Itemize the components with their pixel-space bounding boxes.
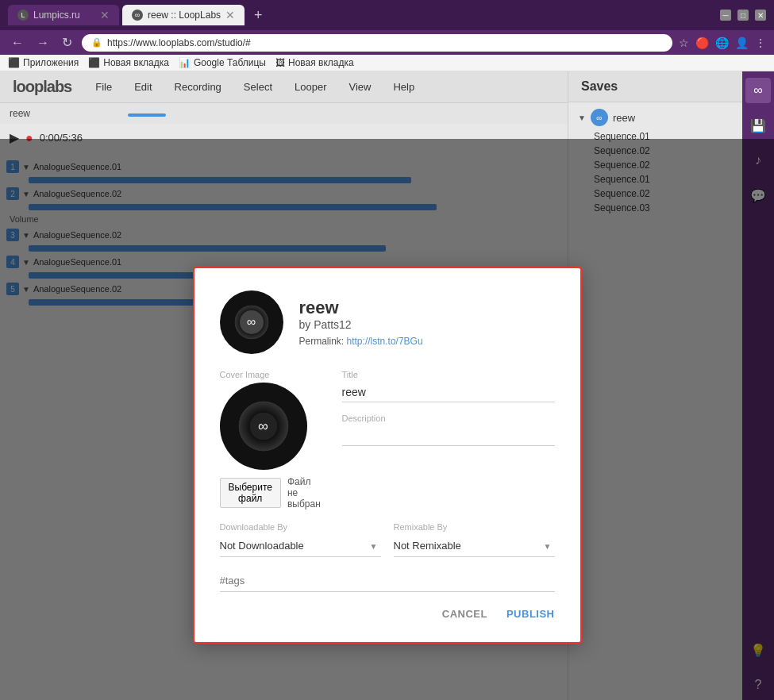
side-icon-save[interactable]: 💾 — [745, 113, 771, 138]
modal-track-info: reew by Patts12 Permalink: http://lstn.t… — [299, 298, 555, 347]
tab1-close[interactable]: ✕ — [100, 9, 110, 21]
back-button[interactable]: ← — [8, 34, 27, 52]
modal-artist-text: by Patts12 — [299, 318, 555, 331]
tags-input[interactable] — [220, 570, 555, 592]
menu-view[interactable]: View — [344, 78, 375, 96]
minimize-button[interactable]: ─ — [720, 10, 731, 21]
saves-user-row[interactable]: ▼ ∞ reew — [568, 106, 742, 129]
user-icon[interactable]: 👤 — [735, 37, 749, 49]
maximize-button[interactable]: □ — [737, 10, 749, 21]
title-bar: L Lumpics.ru ✕ ∞ reew :: LoopLabs ✕ + ─ … — [0, 0, 774, 30]
menu-help[interactable]: Help — [388, 78, 419, 96]
vinyl-center-icon: ∞ — [247, 315, 256, 329]
app-logo: looplabs — [13, 78, 71, 96]
description-label: Description — [342, 413, 555, 423]
tab2-favicon: ∞ — [132, 10, 143, 21]
modal-vinyl-image: ∞ — [220, 290, 283, 354]
menu-select[interactable]: Select — [239, 78, 277, 96]
modal-footer: CANCEL PUBLISH — [220, 608, 555, 620]
form-right-col: Title Description — [342, 370, 555, 510]
close-button[interactable]: ✕ — [755, 10, 766, 21]
modal-title-text: reew — [299, 298, 555, 318]
cover-image-thumb: ∞ — [220, 383, 307, 470]
file-upload-row: Выберите файл Файл не выбран — [220, 476, 323, 510]
permalink-link[interactable]: http://lstn.to/7BGu — [347, 336, 423, 347]
newtab1-label: Новая вкладка — [103, 57, 169, 68]
address-bar-input[interactable]: 🔒 https://www.looplabs.com/studio/# — [82, 34, 672, 52]
sheets-label: Google Таблицы — [194, 57, 266, 68]
saves-title: Saves — [581, 79, 618, 93]
description-input[interactable] — [342, 426, 555, 446]
address-url: https://www.looplabs.com/studio/# — [107, 37, 251, 48]
description-field-group: Description — [342, 413, 555, 446]
downloadable-select[interactable]: Not Downloadable Everyone Followers — [220, 535, 381, 557]
remixable-select[interactable]: Not Remixable Everyone Followers — [394, 535, 555, 557]
saves-arrow-icon: ▼ — [578, 113, 586, 122]
remixable-label: Remixable By — [394, 522, 555, 532]
menu-icon[interactable]: ⋮ — [755, 37, 766, 49]
tags-group — [220, 570, 555, 592]
modal-overlay: ∞ reew by Patts12 Permalink: http://lstn… — [0, 139, 774, 700]
add-tab-button[interactable]: + — [248, 6, 269, 25]
publish-button[interactable]: PUBLISH — [506, 608, 555, 620]
cover-image-section: Cover Image ∞ Выберите файл Файл не выбр… — [220, 370, 323, 510]
cover-image-label: Cover Image — [220, 370, 323, 379]
address-bar-row: ← → ↻ 🔒 https://www.looplabs.com/studio/… — [0, 30, 774, 55]
active-track-indicator — [128, 113, 166, 117]
cancel-button[interactable]: CANCEL — [442, 608, 487, 620]
menu-edit[interactable]: Edit — [129, 78, 156, 96]
file-name-display: Файл не выбран — [287, 476, 323, 510]
downloadable-group: Downloadable By Not Downloadable Everyon… — [220, 522, 381, 557]
saves-avatar: ∞ — [591, 109, 608, 126]
remixable-group: Remixable By Not Remixable Everyone Foll… — [394, 522, 555, 557]
track-label-text: reew — [10, 108, 30, 119]
dropdowns-row: Downloadable By Not Downloadable Everyon… — [220, 522, 555, 557]
tab1-favicon: L — [17, 10, 29, 21]
form-main-row: Cover Image ∞ Выберите файл Файл не выбр… — [220, 370, 555, 510]
reload-button[interactable]: ↻ — [59, 33, 75, 52]
downloadable-label: Downloadable By — [220, 522, 381, 532]
app-header: looplabs File Edit Recording Select Loop… — [0, 71, 568, 103]
saves-header: Saves — [568, 71, 742, 102]
menu-looper[interactable]: Looper — [290, 78, 331, 96]
publish-modal: ∞ reew by Patts12 Permalink: http://lstn… — [193, 267, 582, 644]
bookmark-star-icon[interactable]: ☆ — [679, 37, 689, 49]
downloadable-wrapper: Not Downloadable Everyone Followers — [220, 535, 381, 557]
bookmark-newtab2[interactable]: 🖼 Новая вкладка — [275, 57, 354, 68]
lock-icon: 🔒 — [91, 37, 102, 48]
menu-file[interactable]: File — [90, 78, 117, 96]
apps-grid-icon: ⬛ — [8, 57, 20, 68]
cover-vinyl-icon: ∞ — [258, 418, 268, 435]
saves-username: reew — [613, 112, 635, 124]
apps-label: Приложения — [23, 57, 79, 68]
track-label: reew — [0, 103, 568, 124]
title-field-group: Title — [342, 370, 555, 402]
globe-icon[interactable]: 🌐 — [715, 37, 729, 49]
forward-button[interactable]: → — [33, 34, 52, 52]
title-input[interactable] — [342, 383, 555, 402]
logo-text: looplabs — [13, 78, 71, 95]
modal-permalink-row: Permalink: http://lstn.to/7BGu — [299, 336, 555, 347]
bookmarks-bar: ⬛ Приложения ⬛ Новая вкладка 📊 Google Та… — [0, 55, 774, 71]
permalink-label: Permalink: — [299, 336, 345, 347]
newtab2-icon: 🖼 — [275, 57, 285, 68]
menu-recording[interactable]: Recording — [170, 78, 226, 96]
title-label: Title — [342, 370, 555, 379]
tab2-label: reew :: LoopLabs — [148, 10, 221, 21]
extensions-icon[interactable]: 🔴 — [695, 37, 709, 49]
browser-tab-1[interactable]: L Lumpics.ru ✕ — [8, 5, 119, 25]
sheets-icon: 📊 — [179, 57, 191, 68]
menu-bar: File Edit Recording Select Looper View H… — [90, 78, 419, 96]
tab2-close[interactable]: ✕ — [225, 9, 235, 21]
browser-tab-2[interactable]: ∞ reew :: LoopLabs ✕ — [122, 5, 245, 25]
modal-track-header: ∞ reew by Patts12 Permalink: http://lstn… — [220, 290, 555, 354]
bookmark-apps[interactable]: ⬛ Приложения — [8, 57, 79, 68]
side-icon-looplabs[interactable]: ∞ — [745, 78, 771, 103]
bookmark-sheets[interactable]: 📊 Google Таблицы — [179, 57, 266, 68]
remixable-wrapper: Not Remixable Everyone Followers — [394, 535, 555, 557]
browser-chrome: L Lumpics.ru ✕ ∞ reew :: LoopLabs ✕ + ─ … — [0, 0, 774, 71]
newtab1-icon: ⬛ — [88, 57, 100, 68]
file-upload-button[interactable]: Выберите файл — [220, 478, 281, 508]
bookmark-newtab1[interactable]: ⬛ Новая вкладка — [88, 57, 169, 68]
newtab2-label: Новая вкладка — [288, 57, 354, 68]
